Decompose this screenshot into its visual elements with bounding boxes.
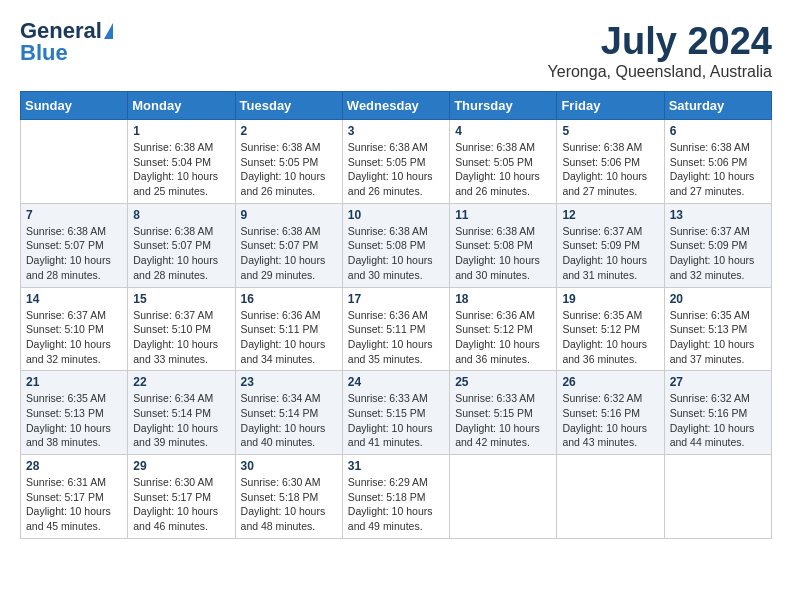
day-info-text: Sunrise: 6:37 AM Sunset: 5:10 PM Dayligh… bbox=[26, 308, 122, 367]
day-info-text: Sunrise: 6:35 AM Sunset: 5:13 PM Dayligh… bbox=[26, 391, 122, 450]
calendar-body: 1Sunrise: 6:38 AM Sunset: 5:04 PM Daylig… bbox=[21, 120, 772, 539]
day-cell: 7Sunrise: 6:38 AM Sunset: 5:07 PM Daylig… bbox=[21, 203, 128, 287]
day-number: 3 bbox=[348, 124, 444, 138]
day-number: 14 bbox=[26, 292, 122, 306]
week-row-1: 1Sunrise: 6:38 AM Sunset: 5:04 PM Daylig… bbox=[21, 120, 772, 204]
day-cell: 22Sunrise: 6:34 AM Sunset: 5:14 PM Dayli… bbox=[128, 371, 235, 455]
month-year-title: July 2024 bbox=[548, 20, 772, 63]
day-cell bbox=[450, 455, 557, 539]
day-cell: 3Sunrise: 6:38 AM Sunset: 5:05 PM Daylig… bbox=[342, 120, 449, 204]
day-info-text: Sunrise: 6:30 AM Sunset: 5:17 PM Dayligh… bbox=[133, 475, 229, 534]
day-number: 13 bbox=[670, 208, 766, 222]
day-cell: 28Sunrise: 6:31 AM Sunset: 5:17 PM Dayli… bbox=[21, 455, 128, 539]
day-cell: 20Sunrise: 6:35 AM Sunset: 5:13 PM Dayli… bbox=[664, 287, 771, 371]
day-cell bbox=[21, 120, 128, 204]
day-info-text: Sunrise: 6:38 AM Sunset: 5:05 PM Dayligh… bbox=[348, 140, 444, 199]
day-number: 28 bbox=[26, 459, 122, 473]
day-cell: 21Sunrise: 6:35 AM Sunset: 5:13 PM Dayli… bbox=[21, 371, 128, 455]
day-info-text: Sunrise: 6:37 AM Sunset: 5:09 PM Dayligh… bbox=[670, 224, 766, 283]
day-number: 31 bbox=[348, 459, 444, 473]
day-number: 10 bbox=[348, 208, 444, 222]
day-info-text: Sunrise: 6:37 AM Sunset: 5:09 PM Dayligh… bbox=[562, 224, 658, 283]
day-number: 5 bbox=[562, 124, 658, 138]
day-info-text: Sunrise: 6:38 AM Sunset: 5:05 PM Dayligh… bbox=[241, 140, 337, 199]
day-info-text: Sunrise: 6:30 AM Sunset: 5:18 PM Dayligh… bbox=[241, 475, 337, 534]
day-number: 12 bbox=[562, 208, 658, 222]
day-info-text: Sunrise: 6:38 AM Sunset: 5:08 PM Dayligh… bbox=[455, 224, 551, 283]
day-info-text: Sunrise: 6:35 AM Sunset: 5:12 PM Dayligh… bbox=[562, 308, 658, 367]
day-info-text: Sunrise: 6:38 AM Sunset: 5:06 PM Dayligh… bbox=[562, 140, 658, 199]
week-row-5: 28Sunrise: 6:31 AM Sunset: 5:17 PM Dayli… bbox=[21, 455, 772, 539]
day-number: 8 bbox=[133, 208, 229, 222]
day-number: 21 bbox=[26, 375, 122, 389]
day-info-text: Sunrise: 6:36 AM Sunset: 5:11 PM Dayligh… bbox=[348, 308, 444, 367]
day-info-text: Sunrise: 6:34 AM Sunset: 5:14 PM Dayligh… bbox=[241, 391, 337, 450]
logo-triangle-icon bbox=[104, 23, 113, 39]
logo-general-text: General bbox=[20, 20, 102, 42]
day-number: 24 bbox=[348, 375, 444, 389]
day-info-text: Sunrise: 6:38 AM Sunset: 5:07 PM Dayligh… bbox=[241, 224, 337, 283]
day-info-text: Sunrise: 6:33 AM Sunset: 5:15 PM Dayligh… bbox=[348, 391, 444, 450]
header-cell-friday: Friday bbox=[557, 92, 664, 120]
day-cell: 11Sunrise: 6:38 AM Sunset: 5:08 PM Dayli… bbox=[450, 203, 557, 287]
day-number: 27 bbox=[670, 375, 766, 389]
header-cell-thursday: Thursday bbox=[450, 92, 557, 120]
week-row-2: 7Sunrise: 6:38 AM Sunset: 5:07 PM Daylig… bbox=[21, 203, 772, 287]
day-number: 18 bbox=[455, 292, 551, 306]
day-info-text: Sunrise: 6:36 AM Sunset: 5:11 PM Dayligh… bbox=[241, 308, 337, 367]
day-info-text: Sunrise: 6:37 AM Sunset: 5:10 PM Dayligh… bbox=[133, 308, 229, 367]
day-info-text: Sunrise: 6:32 AM Sunset: 5:16 PM Dayligh… bbox=[562, 391, 658, 450]
day-info-text: Sunrise: 6:38 AM Sunset: 5:05 PM Dayligh… bbox=[455, 140, 551, 199]
day-number: 15 bbox=[133, 292, 229, 306]
header-row: SundayMondayTuesdayWednesdayThursdayFrid… bbox=[21, 92, 772, 120]
day-number: 22 bbox=[133, 375, 229, 389]
day-number: 4 bbox=[455, 124, 551, 138]
day-cell: 29Sunrise: 6:30 AM Sunset: 5:17 PM Dayli… bbox=[128, 455, 235, 539]
day-cell: 26Sunrise: 6:32 AM Sunset: 5:16 PM Dayli… bbox=[557, 371, 664, 455]
day-info-text: Sunrise: 6:35 AM Sunset: 5:13 PM Dayligh… bbox=[670, 308, 766, 367]
day-info-text: Sunrise: 6:38 AM Sunset: 5:07 PM Dayligh… bbox=[26, 224, 122, 283]
day-number: 6 bbox=[670, 124, 766, 138]
day-cell bbox=[557, 455, 664, 539]
day-number: 16 bbox=[241, 292, 337, 306]
day-cell: 10Sunrise: 6:38 AM Sunset: 5:08 PM Dayli… bbox=[342, 203, 449, 287]
day-info-text: Sunrise: 6:29 AM Sunset: 5:18 PM Dayligh… bbox=[348, 475, 444, 534]
day-number: 26 bbox=[562, 375, 658, 389]
page-header: General Blue July 2024 Yeronga, Queensla… bbox=[20, 20, 772, 81]
day-number: 20 bbox=[670, 292, 766, 306]
day-cell bbox=[664, 455, 771, 539]
day-number: 19 bbox=[562, 292, 658, 306]
header-cell-wednesday: Wednesday bbox=[342, 92, 449, 120]
day-info-text: Sunrise: 6:31 AM Sunset: 5:17 PM Dayligh… bbox=[26, 475, 122, 534]
day-cell: 24Sunrise: 6:33 AM Sunset: 5:15 PM Dayli… bbox=[342, 371, 449, 455]
day-number: 2 bbox=[241, 124, 337, 138]
day-number: 30 bbox=[241, 459, 337, 473]
header-cell-sunday: Sunday bbox=[21, 92, 128, 120]
header-cell-monday: Monday bbox=[128, 92, 235, 120]
day-number: 11 bbox=[455, 208, 551, 222]
day-info-text: Sunrise: 6:38 AM Sunset: 5:08 PM Dayligh… bbox=[348, 224, 444, 283]
day-cell: 2Sunrise: 6:38 AM Sunset: 5:05 PM Daylig… bbox=[235, 120, 342, 204]
location-subtitle: Yeronga, Queensland, Australia bbox=[548, 63, 772, 81]
day-number: 17 bbox=[348, 292, 444, 306]
day-number: 25 bbox=[455, 375, 551, 389]
day-cell: 12Sunrise: 6:37 AM Sunset: 5:09 PM Dayli… bbox=[557, 203, 664, 287]
day-info-text: Sunrise: 6:38 AM Sunset: 5:06 PM Dayligh… bbox=[670, 140, 766, 199]
header-cell-tuesday: Tuesday bbox=[235, 92, 342, 120]
day-info-text: Sunrise: 6:38 AM Sunset: 5:04 PM Dayligh… bbox=[133, 140, 229, 199]
day-cell: 31Sunrise: 6:29 AM Sunset: 5:18 PM Dayli… bbox=[342, 455, 449, 539]
day-number: 9 bbox=[241, 208, 337, 222]
day-cell: 9Sunrise: 6:38 AM Sunset: 5:07 PM Daylig… bbox=[235, 203, 342, 287]
day-cell: 17Sunrise: 6:36 AM Sunset: 5:11 PM Dayli… bbox=[342, 287, 449, 371]
day-cell: 16Sunrise: 6:36 AM Sunset: 5:11 PM Dayli… bbox=[235, 287, 342, 371]
day-cell: 19Sunrise: 6:35 AM Sunset: 5:12 PM Dayli… bbox=[557, 287, 664, 371]
day-cell: 18Sunrise: 6:36 AM Sunset: 5:12 PM Dayli… bbox=[450, 287, 557, 371]
day-cell: 5Sunrise: 6:38 AM Sunset: 5:06 PM Daylig… bbox=[557, 120, 664, 204]
day-info-text: Sunrise: 6:36 AM Sunset: 5:12 PM Dayligh… bbox=[455, 308, 551, 367]
day-cell: 4Sunrise: 6:38 AM Sunset: 5:05 PM Daylig… bbox=[450, 120, 557, 204]
day-number: 7 bbox=[26, 208, 122, 222]
week-row-3: 14Sunrise: 6:37 AM Sunset: 5:10 PM Dayli… bbox=[21, 287, 772, 371]
day-info-text: Sunrise: 6:34 AM Sunset: 5:14 PM Dayligh… bbox=[133, 391, 229, 450]
day-cell: 1Sunrise: 6:38 AM Sunset: 5:04 PM Daylig… bbox=[128, 120, 235, 204]
logo-blue-text: Blue bbox=[20, 42, 68, 64]
